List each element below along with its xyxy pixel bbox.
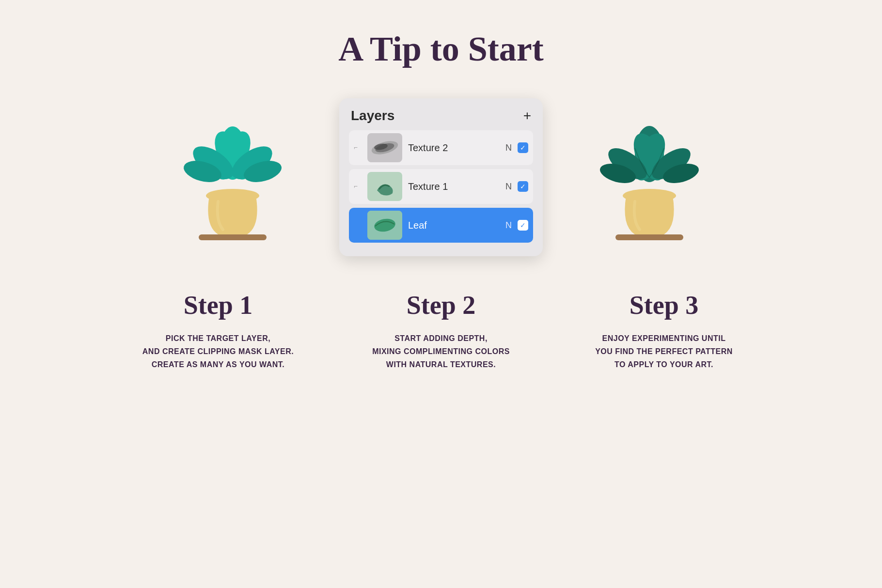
svg-rect-8 [199, 234, 267, 240]
layer-mode-texture1: N [505, 182, 512, 192]
step-2-description: START ADDING DEPTH,MIXING COMPLIMENTING … [349, 332, 533, 371]
layer-mode-leaf: N [505, 220, 512, 231]
plant-illustration-1 [165, 100, 300, 255]
layer-name-texture1: Texture 1 [408, 181, 500, 192]
layer-name-texture2: Texture 2 [408, 142, 500, 154]
layer-row-texture2[interactable]: ⌐ Texture 2 N ✓ [349, 130, 533, 165]
step-3-item: Step 3 ENJOY EXPERIMENTING UNTILYOU FIND… [572, 290, 756, 371]
plant-illustration-2 [582, 100, 717, 255]
layer-row-leaf[interactable]: Leaf N ✓ [349, 208, 533, 243]
step-1-title: Step 1 [126, 290, 310, 320]
step-1-item: Step 1 PICK THE TARGET LAYER,AND CREATE … [126, 290, 310, 371]
layer-row-texture1[interactable]: ⌐ Texture 1 N ✓ [349, 169, 533, 204]
step-3-description: ENJOY EXPERIMENTING UNTILYOU FIND THE PE… [572, 332, 756, 371]
layer-corner-icon-2: ⌐ [354, 183, 362, 190]
step-3-title: Step 3 [572, 290, 756, 320]
layer-checkbox-texture2[interactable]: ✓ [518, 142, 528, 153]
layer-corner-icon: ⌐ [354, 144, 362, 152]
step-2-title: Step 2 [349, 290, 533, 320]
steps-row: Step 1 PICK THE TARGET LAYER,AND CREATE … [102, 290, 780, 371]
layer-thumbnail-texture1 [367, 172, 402, 201]
layers-panel-title: Layers [351, 108, 394, 124]
layer-thumbnail-leaf [367, 211, 402, 240]
layers-panel-header: Layers + [349, 108, 533, 124]
content-row: Layers + ⌐ Texture 2 N ✓ ⌐ [102, 98, 780, 256]
layers-panel: Layers + ⌐ Texture 2 N ✓ ⌐ [339, 98, 543, 256]
layer-checkbox-leaf[interactable]: ✓ [518, 220, 528, 231]
layer-thumbnail-texture2 [367, 133, 402, 162]
layer-checkbox-texture1[interactable]: ✓ [518, 181, 528, 192]
svg-rect-22 [615, 234, 683, 240]
layer-mode-texture2: N [505, 143, 512, 153]
layer-name-leaf: Leaf [408, 220, 500, 231]
step-2-item: Step 2 START ADDING DEPTH,MIXING COMPLIM… [349, 290, 533, 371]
step-1-description: PICK THE TARGET LAYER,AND CREATE CLIPPIN… [126, 332, 310, 371]
page-title: A Tip to Start [338, 29, 543, 69]
layers-add-button[interactable]: + [523, 109, 531, 123]
